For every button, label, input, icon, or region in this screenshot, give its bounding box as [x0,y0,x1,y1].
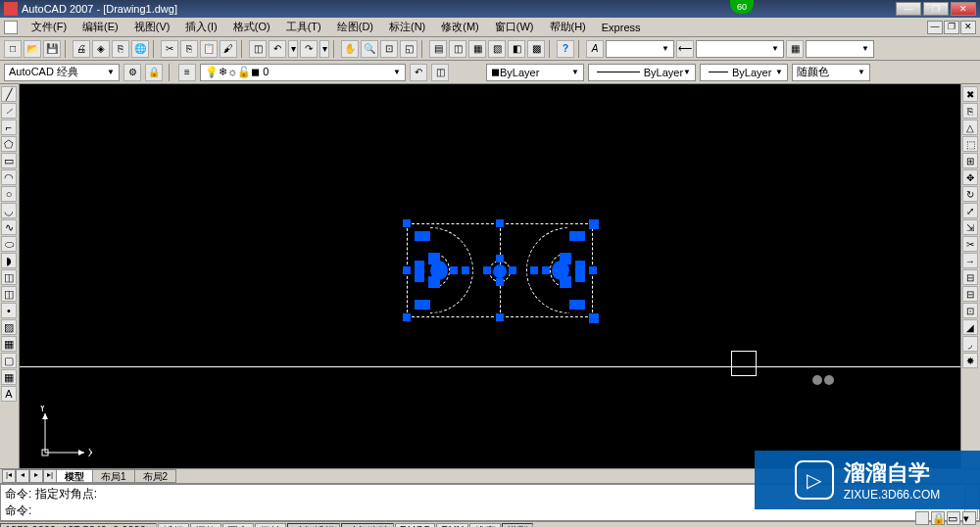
tab-next-button[interactable]: ▸ [29,469,43,483]
textstyle-combo[interactable]: ▼ [606,40,674,58]
coordinates-display[interactable]: 1279.0009, 127.5249, 0.0000 [0,523,157,527]
workspace-lock-icon[interactable]: 🔒 [145,64,163,81]
ducs-toggle[interactable]: DUCS [395,523,435,527]
rotate-icon[interactable]: ↻ [962,186,978,202]
polygon-icon[interactable]: ⬠ [1,136,17,152]
move-icon[interactable]: ✥ [962,169,978,185]
lineweight-combo[interactable]: ByLayer▼ [700,64,788,81]
menu-draw[interactable]: 绘图(D) [329,18,381,36]
lwt-toggle[interactable]: 线宽 [469,523,501,527]
maximize-button[interactable]: ❐ [923,2,949,16]
revision-cloud-icon[interactable]: ◡ [1,203,17,218]
color-combo[interactable]: ◼ ByLayer▼ [486,64,584,81]
new-icon[interactable]: □ [4,40,22,58]
design-center-icon[interactable]: ◫ [449,40,466,58]
plot-icon[interactable]: 🖨 [73,40,90,58]
grip[interactable] [589,219,599,229]
tablestyle-combo[interactable]: ▼ [806,40,874,58]
tray-lock-icon[interactable]: 🔒 [931,511,945,525]
menu-help[interactable]: 帮助(H) [542,18,594,36]
dyn-toggle[interactable]: DYN [436,523,468,527]
menu-view[interactable]: 视图(V) [126,18,178,36]
dimstyle-combo[interactable]: ▼ [696,40,784,58]
tab-prev-button[interactable]: ◂ [16,469,29,483]
dimstyle-icon[interactable]: ⟵ [676,40,694,58]
tray-expand-icon[interactable]: ▾ [962,511,976,525]
menu-file[interactable]: 文件(F) [24,18,74,36]
snap-toggle[interactable]: 捕捉 [158,523,189,527]
menu-edit[interactable]: 编辑(E) [74,18,126,36]
grip[interactable] [403,266,411,274]
tablestyle-icon[interactable]: ▦ [786,40,804,58]
menu-express[interactable]: Express [594,20,649,35]
insert-block-icon[interactable]: ◫ [1,269,17,285]
ortho-toggle[interactable]: 正交 [222,523,254,527]
osnap-toggle[interactable]: 对象捕捉 [287,523,340,527]
hatch-icon[interactable]: ▨ [1,319,17,335]
join-icon[interactable]: ⊡ [962,303,978,318]
construction-line-icon[interactable]: ⟋ [1,103,17,119]
doc-icon[interactable] [4,21,18,34]
sheet-set-icon[interactable]: ▧ [488,40,506,58]
menu-tools[interactable]: 工具(T) [278,18,329,36]
layer-manager-icon[interactable]: ≡ [178,64,196,81]
workspace-combo[interactable]: AutoCAD 经典▼ [4,64,120,81]
grip[interactable] [403,219,411,227]
layer-previous-icon[interactable]: ↶ [410,64,427,81]
paste-icon[interactable]: 📋 [200,40,218,58]
chamfer-icon[interactable]: ◢ [962,319,978,335]
plot-preview-icon[interactable]: ◈ [92,40,110,58]
arc-icon[interactable]: ◠ [1,169,17,185]
polar-toggle[interactable]: 极轴 [255,523,286,527]
polyline-icon[interactable]: ⌐ [1,120,17,135]
undo-dropdown-icon[interactable]: ▾ [288,40,298,58]
tray-icon[interactable] [915,511,929,525]
stretch-icon[interactable]: ⇲ [962,219,978,235]
quickcalc-icon[interactable]: ▩ [527,40,545,58]
fillet-icon[interactable]: ◞ [962,336,978,352]
scale-icon[interactable]: ⤢ [962,203,978,218]
menu-format[interactable]: 格式(O) [225,18,278,36]
plotstyle-combo[interactable]: 随颜色▼ [792,64,870,81]
table-icon[interactable]: ▦ [1,369,17,385]
linetype-combo[interactable]: ByLayer▼ [588,64,696,81]
mirror-icon[interactable]: △ [962,120,978,135]
open-icon[interactable]: 📂 [24,40,41,58]
explode-icon[interactable]: ✸ [962,353,978,368]
erase-icon[interactable]: ✖ [962,86,978,102]
block-editor-icon[interactable]: ◫ [249,40,267,58]
zoom-previous-icon[interactable]: ◱ [400,40,417,58]
make-block-icon[interactable]: ◫ [1,286,17,302]
drawing-viewport[interactable]: X Y [20,84,960,468]
textstyle-icon[interactable]: A [586,40,604,58]
gradient-icon[interactable]: ▦ [1,336,17,352]
mtext-icon[interactable]: A [1,386,17,402]
cut-icon[interactable]: ✂ [161,40,178,58]
tab-layout2[interactable]: 布局2 [134,469,177,483]
match-prop-icon[interactable]: 🖌 [220,40,237,58]
redo-icon[interactable]: ↷ [300,40,318,58]
grid-toggle[interactable]: 栅格 [190,523,221,527]
markup-icon[interactable]: ◧ [508,40,525,58]
grip[interactable] [589,313,599,323]
copy-icon[interactable]: ⎘ [180,40,198,58]
undo-icon[interactable]: ↶ [269,40,286,58]
publish-web-icon[interactable]: 🌐 [131,40,149,58]
save-icon[interactable]: 💾 [43,40,61,58]
publish-icon[interactable]: ⎘ [112,40,129,58]
doc-minimize-button[interactable]: — [927,21,943,34]
help-icon[interactable]: ? [557,40,574,58]
minimize-button[interactable]: — [896,2,921,16]
redo-dropdown-icon[interactable]: ▾ [319,40,329,58]
tab-layout1[interactable]: 布局1 [92,469,135,483]
tab-last-button[interactable]: ▸| [43,469,57,483]
offset-icon[interactable]: ⬚ [962,136,978,152]
tray-clean-icon[interactable]: ▭ [947,511,960,525]
workspace-settings-icon[interactable]: ⚙ [123,64,141,81]
model-toggle[interactable]: 模型 [502,523,533,527]
copy-modify-icon[interactable]: ⎘ [962,103,978,119]
array-icon[interactable]: ⊞ [962,153,978,168]
trim-icon[interactable]: ✂ [962,236,978,252]
ellipse-arc-icon[interactable]: ◗ [1,253,17,268]
rectangle-icon[interactable]: ▭ [1,153,17,168]
